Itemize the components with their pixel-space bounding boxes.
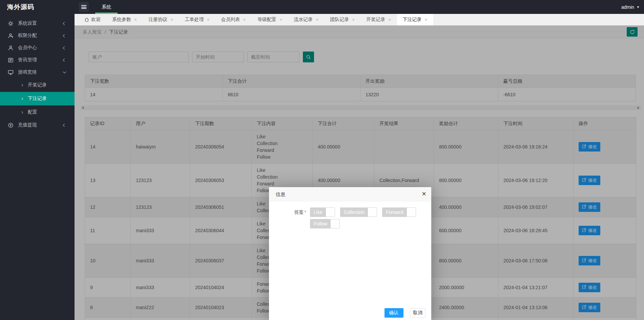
tab-close-icon[interactable]: × bbox=[134, 17, 137, 22]
tab-label: 系统参数 bbox=[112, 17, 131, 23]
caret-down-icon: ▼ bbox=[637, 5, 640, 9]
tab-label: 注册协议 bbox=[148, 17, 167, 23]
tab-下注记录[interactable]: 下注记录× bbox=[397, 14, 433, 25]
sidebar-item-充值提现[interactable]: 充值提现 bbox=[0, 119, 75, 131]
sidebar-subitem-开奖记录[interactable]: 开奖记录 bbox=[0, 78, 75, 92]
tab-等级配置[interactable]: 等级配置× bbox=[252, 14, 288, 25]
tab-工单处理[interactable]: 工单处理× bbox=[179, 14, 215, 25]
checkbox-collection[interactable]: Collection bbox=[340, 207, 377, 217]
user-auth-icon bbox=[8, 33, 14, 39]
sidebar-item-label: 权限分配 bbox=[18, 33, 37, 39]
tab-close-icon[interactable]: × bbox=[352, 17, 355, 22]
sidebar-item-label: 系统设置 bbox=[18, 20, 37, 26]
sidebar-item-权限分配[interactable]: 权限分配 bbox=[0, 29, 75, 42]
close-icon[interactable]: × bbox=[422, 187, 426, 201]
chevron-down-icon bbox=[63, 70, 66, 74]
checkbox-label: Collection bbox=[340, 208, 368, 217]
sidebar-subitem-label: 开奖记录 bbox=[28, 82, 47, 88]
tab-开奖记录[interactable]: 开奖记录× bbox=[360, 14, 397, 25]
tab-系统参数[interactable]: 系统参数× bbox=[106, 14, 143, 25]
tab-流水记录[interactable]: 流水记录× bbox=[288, 14, 324, 25]
sidebar-item-会员中心[interactable]: 会员中心 bbox=[0, 42, 75, 54]
tab-label: 欢迎 bbox=[91, 17, 101, 23]
tab-欢迎[interactable]: 欢迎 bbox=[79, 14, 106, 25]
tab-close-icon[interactable]: × bbox=[316, 17, 318, 22]
answer-field-label: 答案* bbox=[269, 207, 306, 217]
tab-label: 会员列表 bbox=[221, 17, 240, 23]
menu-toggle-button[interactable] bbox=[79, 2, 89, 12]
chevron-left-icon bbox=[63, 46, 66, 49]
user-icon bbox=[8, 45, 14, 51]
gear-icon bbox=[8, 21, 14, 26]
checkbox-label: Like bbox=[310, 208, 326, 217]
hamburger-icon bbox=[81, 5, 86, 9]
tab-bar: 欢迎系统参数×注册协议×工单处理×会员列表×等级配置×流水记录×团队记录×开奖记… bbox=[75, 14, 644, 25]
admin-app: 海外源码 系统 admin ▼ 系统设置权限分配会员中心资讯管理游戏竞猜开奖记录… bbox=[0, 0, 644, 320]
sidebar-item-资讯管理[interactable]: 资讯管理 bbox=[0, 54, 75, 66]
user-menu[interactable]: admin ▼ bbox=[621, 0, 640, 14]
news-icon bbox=[8, 57, 14, 63]
tab-label: 工单处理 bbox=[185, 17, 204, 23]
sidebar-item-label: 充值提现 bbox=[18, 122, 37, 128]
sidebar-item-label: 游戏竞猜 bbox=[18, 69, 37, 75]
dialog-header: 信息 × bbox=[269, 187, 431, 201]
sidebar-subitem-label: 下注记录 bbox=[28, 96, 47, 102]
sidebar-subitem-label: 配置 bbox=[28, 109, 37, 115]
checkbox-like[interactable]: Like bbox=[310, 207, 335, 217]
checkbox-box-icon bbox=[326, 208, 335, 217]
chevron-left-icon bbox=[63, 58, 66, 62]
chevron-left-icon bbox=[63, 34, 66, 37]
sidebar-item-游戏竞猜[interactable]: 游戏竞猜 bbox=[0, 66, 75, 78]
chevron-left-icon bbox=[63, 22, 66, 25]
tab-label: 等级配置 bbox=[257, 17, 276, 23]
tab-close-icon[interactable]: × bbox=[279, 17, 282, 22]
dialog-footer: 确认 取消 bbox=[269, 308, 431, 318]
sidebar-subitem-下注记录[interactable]: 下注记录 bbox=[0, 92, 75, 105]
checkbox-box-icon bbox=[368, 208, 377, 217]
tab-close-icon[interactable]: × bbox=[425, 17, 428, 22]
tab-close-icon[interactable]: × bbox=[170, 17, 173, 22]
app-logo: 海外源码 bbox=[7, 0, 34, 14]
edit-dialog: 信息 × 答案* LikeCollectionForwardFollow 确认 … bbox=[269, 187, 431, 320]
tab-会员列表[interactable]: 会员列表× bbox=[215, 14, 252, 25]
dialog-title: 信息 bbox=[269, 187, 431, 201]
sidebar-subitem-配置[interactable]: 配置 bbox=[0, 105, 75, 119]
sidebar-item-label: 会员中心 bbox=[18, 45, 37, 51]
tab-label: 开奖记录 bbox=[366, 17, 385, 23]
home-icon bbox=[84, 17, 89, 22]
tab-close-icon[interactable]: × bbox=[388, 17, 391, 22]
cancel-button[interactable]: 取消 bbox=[410, 308, 425, 318]
chevron-right-icon bbox=[21, 84, 23, 86]
checkbox-label: Forward bbox=[382, 208, 407, 217]
sidebar: 系统设置权限分配会员中心资讯管理游戏竞猜开奖记录下注记录配置充值提现 bbox=[0, 14, 75, 320]
tab-label: 下注记录 bbox=[403, 17, 422, 23]
sidebar-item-系统设置[interactable]: 系统设置 bbox=[0, 17, 75, 29]
top-header: 海外源码 系统 admin ▼ bbox=[0, 0, 644, 14]
tab-label: 流水记录 bbox=[294, 17, 313, 23]
sidebar-item-label: 资讯管理 bbox=[18, 57, 37, 63]
chevron-right-icon bbox=[21, 97, 23, 100]
chevron-right-icon bbox=[21, 111, 23, 113]
checkbox-box-icon bbox=[407, 208, 416, 217]
confirm-button[interactable]: 确认 bbox=[385, 308, 403, 318]
checkbox-forward[interactable]: Forward bbox=[382, 207, 416, 217]
checkbox-follow[interactable]: Follow bbox=[310, 219, 340, 228]
chevron-left-icon bbox=[63, 123, 66, 127]
tab-label: 团队记录 bbox=[330, 17, 349, 23]
coin-icon bbox=[8, 122, 14, 128]
username: admin bbox=[621, 4, 634, 10]
tab-close-icon[interactable]: × bbox=[207, 17, 209, 22]
monitor-icon bbox=[8, 69, 14, 75]
topnav-item-system[interactable]: 系统 bbox=[95, 0, 118, 14]
tab-close-icon[interactable]: × bbox=[243, 17, 246, 22]
required-asterisk: * bbox=[305, 209, 306, 215]
tab-注册协议[interactable]: 注册协议× bbox=[143, 14, 179, 25]
checkbox-label: Follow bbox=[310, 219, 331, 228]
checkbox-box-icon bbox=[331, 219, 339, 228]
tab-团队记录[interactable]: 团队记录× bbox=[324, 14, 360, 25]
answer-options: LikeCollectionForwardFollow bbox=[310, 207, 427, 228]
